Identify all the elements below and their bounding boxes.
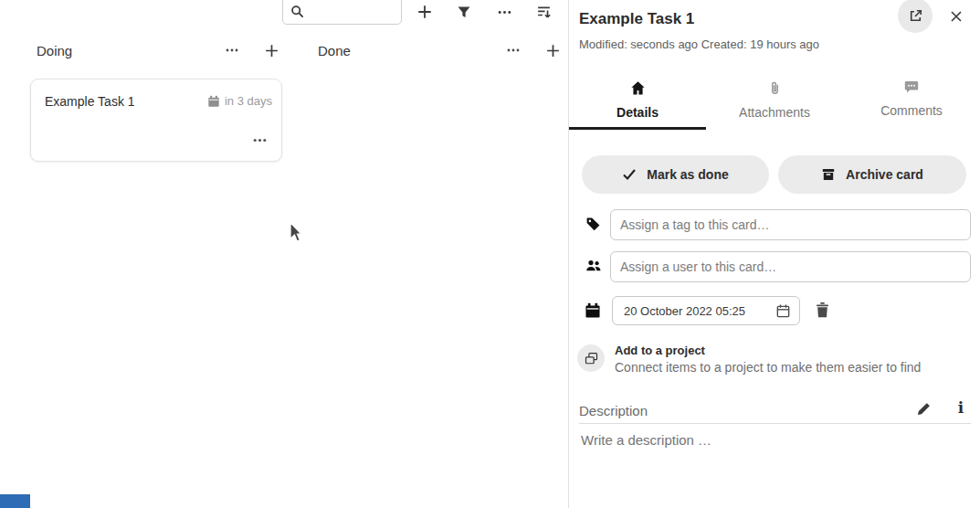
archive-card-button[interactable]: Archive card [778,155,966,194]
tab-comments-label: Comments [880,103,943,118]
tab-details-label: Details [616,105,659,120]
sort-button[interactable] [532,0,555,24]
due-date-field[interactable]: 20 October 2022 05:25 [612,296,800,325]
paperclip-icon [768,80,782,96]
due-date-value: 20 October 2022 05:25 [624,304,775,318]
remove-due-date-button[interactable] [811,299,833,321]
task-card-title: Example Task 1 [45,94,135,109]
task-card-menu-button[interactable] [248,129,270,151]
card-detail-panel: Example Task 1 Modified: seconds ago Cre… [569,0,980,508]
mark-as-done-button[interactable]: Mark as done [582,155,769,194]
close-icon [949,9,964,24]
home-icon [630,80,646,96]
column-done-menu-button[interactable] [502,39,524,61]
task-card[interactable]: Example Task 1 in 3 days [30,79,282,162]
plus-icon [545,43,561,58]
edit-description-button[interactable] [914,399,933,418]
project-icon [577,344,605,372]
sort-icon [536,5,552,20]
calendar-icon [207,95,220,108]
column-title-doing: Doing [37,43,72,58]
description-placeholder[interactable]: Write a description … [581,432,711,448]
column-doing-add-button[interactable] [260,39,282,61]
calendar-picker-icon[interactable] [775,303,791,319]
plus-icon [264,43,279,58]
column-title-done: Done [318,43,351,58]
ellipsis-icon [225,43,239,58]
filter-button[interactable] [452,0,476,24]
users-icon [585,259,601,274]
open-in-window-button[interactable] [898,0,933,33]
plus-icon [416,4,433,20]
add-to-project-title: Add to a project [615,342,921,357]
add-card-button[interactable] [413,0,437,24]
search-icon [290,5,304,18]
info-icon[interactable]: i [952,397,970,418]
trash-icon [815,302,830,318]
tab-details[interactable]: Details [569,73,706,130]
task-card-due-text: in 3 days [225,94,272,108]
check-icon [622,168,637,181]
column-doing-menu-button[interactable] [221,39,243,61]
panel-title: Example Task 1 [579,10,694,28]
ellipsis-icon [497,5,512,20]
pencil-icon [916,401,932,417]
archive-icon [821,167,836,182]
tab-attachments[interactable]: Attachments [706,73,843,130]
assign-tag-input[interactable] [610,209,971,240]
tab-attachments-label: Attachments [739,105,810,120]
comment-bubble-icon [904,80,919,94]
tab-comments[interactable]: Comments [843,73,980,130]
corner-highlight [0,494,30,508]
mark-as-done-label: Mark as done [647,167,728,182]
ellipsis-icon [252,132,268,148]
task-card-due-badge: in 3 days [207,94,272,108]
board-menu-button[interactable] [492,0,516,24]
panel-modified-created: Modified: seconds ago Created: 19 hours … [579,37,819,51]
archive-card-label: Archive card [846,167,923,182]
add-to-project-subtitle: Connect items to a project to make them … [615,360,921,375]
detail-tabbar: Details Attachments Comments [569,73,980,130]
kanban-board: Doing Done Example Task 1 in 3 days [0,0,568,508]
tag-icon [585,217,601,232]
add-to-project-row[interactable]: Add to a project Connect items to a proj… [577,342,921,375]
external-link-icon [908,8,923,24]
ellipsis-icon [506,43,521,58]
assign-user-input[interactable] [610,251,971,282]
close-panel-button[interactable] [947,7,965,26]
column-done-add-button[interactable] [542,39,564,61]
description-label: Description [579,403,648,418]
calendar-icon [585,302,600,318]
filter-icon [457,5,471,19]
description-divider [579,423,971,424]
search-input[interactable] [282,0,402,25]
